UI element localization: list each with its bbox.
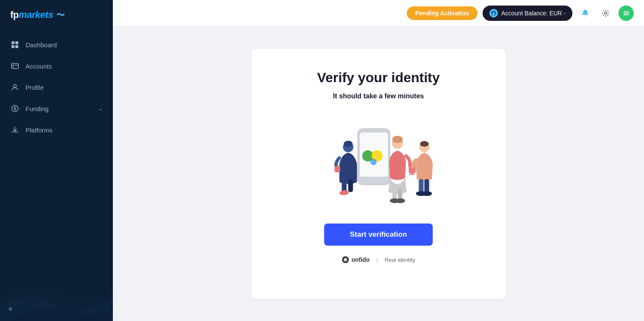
svg-text:$: $ (493, 11, 495, 15)
svg-point-35 (421, 191, 431, 196)
sidebar-item-platforms[interactable]: Platforms (0, 119, 113, 140)
pending-activation-button[interactable]: Pending Activation (407, 6, 477, 20)
onfido-branding: onfido | Real identity (342, 256, 415, 264)
start-verification-button[interactable]: Start verification (324, 224, 432, 246)
verify-title: Verify your identity (317, 70, 440, 86)
svg-rect-20 (348, 179, 353, 192)
sidebar-item-label: Accounts (26, 63, 52, 70)
svg-rect-26 (398, 189, 402, 200)
logo-wave-icon: 〜 (56, 9, 65, 21)
notifications-button[interactable] (578, 6, 593, 21)
verify-subtitle: It should take a few minutes (333, 92, 424, 100)
sidebar: fpmarkets 〜 Dashboard (0, 0, 113, 321)
account-balance-label: Account Balance: EUR - (501, 10, 566, 17)
main-area: Pending Activation $ Account Balance: EU… (113, 0, 644, 321)
logo-area: fpmarkets 〜 (0, 0, 113, 30)
download-icon (10, 125, 20, 135)
svg-point-38 (344, 258, 347, 261)
svg-point-6 (14, 85, 17, 88)
svg-rect-19 (342, 179, 346, 192)
sidebar-item-label: Funding (26, 105, 49, 112)
svg-rect-0 (12, 41, 14, 44)
sidebar-item-profile[interactable]: Profile (0, 77, 113, 98)
sidebar-item-funding[interactable]: $ Funding ⌄ (0, 98, 113, 119)
chevron-down-icon: ⌄ (98, 106, 103, 112)
svg-point-28 (395, 198, 405, 203)
bell-icon (581, 9, 589, 17)
sidebar-item-label: Dashboard (26, 41, 57, 49)
svg-text:$: $ (14, 106, 16, 111)
sidebar-decoration (0, 236, 113, 321)
svg-point-16 (370, 159, 377, 165)
onfido-icon (342, 256, 349, 264)
svg-rect-2 (12, 45, 14, 48)
header: Pending Activation $ Account Balance: EU… (113, 0, 644, 26)
balance-icon: $ (489, 9, 498, 17)
logo-text: fpmarkets 〜 (10, 9, 65, 21)
svg-point-11 (605, 12, 607, 14)
svg-rect-36 (409, 168, 414, 175)
svg-point-5 (13, 66, 14, 68)
svg-rect-4 (12, 63, 18, 69)
sidebar-item-label: Platforms (26, 126, 52, 134)
accounts-icon (10, 61, 20, 71)
svg-rect-32 (419, 179, 423, 193)
settings-button[interactable] (598, 6, 613, 21)
content-area: Verify your identity It should take a fe… (113, 26, 644, 321)
grid-icon (10, 40, 20, 49)
svg-point-18 (344, 140, 353, 147)
verify-card: Verify your identity It should take a fe… (251, 48, 506, 299)
svg-rect-1 (15, 41, 18, 44)
svg-rect-22 (334, 166, 340, 172)
sidebar-collapse-button[interactable]: « (9, 305, 12, 312)
svg-point-31 (420, 141, 428, 146)
account-balance-button[interactable]: $ Account Balance: EUR - (483, 6, 572, 21)
svg-rect-33 (424, 179, 429, 193)
svg-rect-3 (15, 45, 18, 48)
svg-rect-25 (392, 189, 397, 200)
sidebar-item-label: Profile (26, 84, 44, 91)
svg-point-21 (339, 190, 349, 195)
svg-point-24 (392, 136, 402, 143)
onfido-logo: onfido (342, 256, 370, 264)
real-identity-label: Real identity (385, 257, 415, 263)
sidebar-item-accounts[interactable]: Accounts (0, 55, 113, 77)
gear-icon (601, 9, 610, 17)
person-icon (10, 83, 20, 92)
illustration-svg (310, 117, 447, 211)
user-avatar[interactable]: SI (618, 6, 634, 21)
verify-illustration (310, 117, 447, 211)
sidebar-item-dashboard[interactable]: Dashboard (0, 34, 113, 55)
funding-icon: $ (10, 104, 20, 113)
